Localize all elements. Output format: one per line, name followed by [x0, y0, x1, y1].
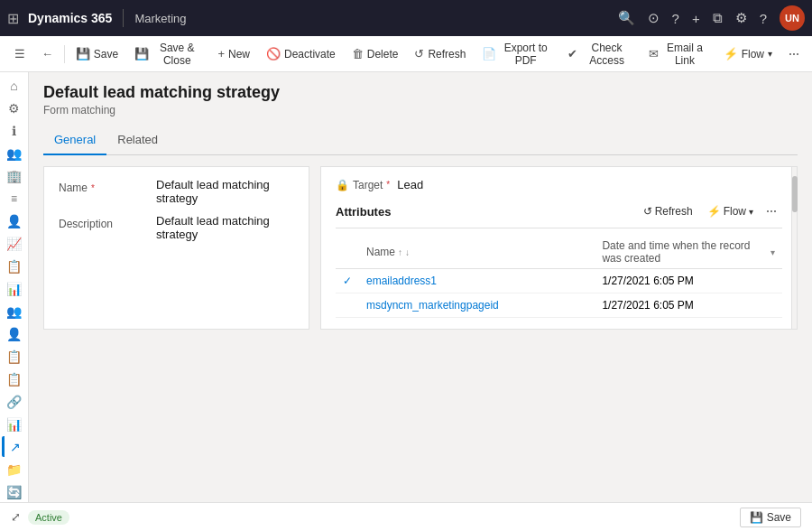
- name-sort-desc-icon[interactable]: ↓: [405, 247, 410, 257]
- recent-icon[interactable]: ⊙: [648, 10, 660, 26]
- left-form-panel: Name * Default lead matching strategy De…: [43, 166, 309, 330]
- refresh-button[interactable]: ↺ Refresh: [407, 43, 473, 64]
- sidebar-item-forms[interactable]: 📋: [2, 368, 27, 389]
- add-icon[interactable]: +: [692, 11, 700, 26]
- page-header: Default lead matching strategy Form matc…: [43, 83, 798, 116]
- name-required-star: *: [91, 183, 95, 193]
- sidebar-item-surveys[interactable]: 📊: [2, 414, 27, 434]
- attributes-flow-dropdown-icon: ▾: [749, 207, 753, 217]
- help-icon[interactable]: ?: [672, 11, 679, 26]
- expand-icon[interactable]: ⤢: [11, 510, 21, 524]
- name-label: Name *: [59, 178, 149, 194]
- command-bar: ☰ ← 💾 Save 💾 Save & Close + New 🚫 Deacti…: [0, 36, 812, 72]
- deactivate-icon: 🚫: [266, 47, 281, 61]
- col-date-header: Date and time when the record was create…: [595, 236, 782, 269]
- sidebar-item-leads[interactable]: 👤: [2, 211, 27, 232]
- scrollbar-track: [791, 167, 797, 329]
- right-attributes-panel: 🔒 Target * Lead Attributes ↺ Refresh ⚡: [320, 166, 798, 330]
- name-field-row: Name * Default lead matching strategy: [59, 178, 294, 205]
- menu-icon: ☰: [14, 47, 25, 61]
- attributes-title: Attributes: [336, 205, 636, 219]
- attributes-table: Name ↑ ↓ Date and time when the record w…: [336, 236, 782, 318]
- sidebar-item-info[interactable]: ℹ: [2, 121, 27, 142]
- attributes-more-button[interactable]: ⋯: [761, 202, 782, 220]
- nav-divider: [123, 9, 124, 27]
- grid-icon[interactable]: ⊞: [7, 10, 19, 27]
- status-bar-left: ⤢ Active: [11, 510, 69, 525]
- sidebar-item-segments[interactable]: 👥: [2, 302, 27, 322]
- row2-name-link[interactable]: msdyncm_marketingpageid: [366, 299, 499, 312]
- user-avatar[interactable]: UN: [780, 5, 805, 31]
- attributes-more-icon: ⋯: [766, 205, 777, 218]
- sidebar-item-workflows[interactable]: 🔄: [2, 481, 27, 502]
- row2-check: [336, 293, 359, 318]
- lock-icon: 🔒: [336, 179, 349, 191]
- check-access-icon: ✔: [567, 47, 577, 61]
- delete-button[interactable]: 🗑 Delete: [345, 43, 406, 64]
- sidebar-item-contacts[interactable]: 👥: [2, 144, 27, 164]
- save-button[interactable]: 💾 Save: [69, 43, 125, 64]
- more-icon: ⋯: [789, 48, 799, 61]
- save-icon: 💾: [76, 47, 90, 61]
- save-close-button[interactable]: 💾 Save & Close: [127, 38, 208, 70]
- sidebar-item-lists[interactable]: 📊: [2, 279, 27, 300]
- description-value[interactable]: Default lead matching strategy: [156, 214, 294, 241]
- name-value[interactable]: Default lead matching strategy: [156, 178, 294, 205]
- tab-general[interactable]: General: [43, 127, 106, 155]
- sidebar-item-opportunities[interactable]: 📈: [2, 234, 27, 255]
- status-save-icon: 💾: [750, 511, 763, 524]
- page-title: Default lead matching strategy: [43, 83, 798, 102]
- tab-related[interactable]: Related: [106, 127, 169, 155]
- scrollbar-thumb[interactable]: [792, 176, 798, 212]
- sidebar-item-pages[interactable]: 🔗: [2, 391, 27, 412]
- date-filter-icon[interactable]: ▾: [770, 247, 775, 257]
- sidebar-item-assets[interactable]: 📁: [2, 459, 27, 480]
- sidebar-item-campaigns[interactable]: 📋: [2, 256, 27, 277]
- tab-content-general: Name * Default lead matching strategy De…: [43, 166, 798, 330]
- status-save-button[interactable]: 💾 Save: [740, 508, 801, 527]
- row1-check: ✓: [336, 269, 359, 293]
- sidebar-item-activities[interactable]: ≡: [2, 189, 27, 210]
- target-value[interactable]: Lead: [397, 178, 423, 191]
- status-badge: Active: [28, 510, 69, 525]
- attributes-refresh-button[interactable]: ↺ Refresh: [636, 202, 700, 220]
- check-access-button[interactable]: ✔ Check Access: [560, 38, 640, 70]
- email-link-button[interactable]: ✉ Email a Link: [641, 38, 714, 70]
- name-sort-asc-icon[interactable]: ↑: [398, 247, 402, 257]
- filter-icon[interactable]: ⧉: [713, 10, 723, 26]
- help2-icon[interactable]: ?: [760, 11, 767, 26]
- search-icon[interactable]: 🔍: [618, 10, 635, 26]
- export-pdf-button[interactable]: 📄 Export to PDF: [475, 38, 558, 70]
- content-area: Default lead matching strategy Form matc…: [29, 72, 812, 502]
- col-check-header: [336, 236, 359, 269]
- attributes-flow-button[interactable]: ⚡ Flow ▾: [700, 202, 761, 220]
- app-name: Dynamics 365: [28, 11, 112, 25]
- row1-name-link[interactable]: emailaddress1: [366, 275, 437, 287]
- sidebar-item-home[interactable]: ⌂: [2, 76, 27, 97]
- row1-name: emailaddress1: [359, 269, 595, 293]
- sidebar-item-journeys[interactable]: 👤: [2, 323, 27, 344]
- flow-button[interactable]: ⚡ Flow ▾: [716, 43, 780, 64]
- sidebar-item-emails[interactable]: 📋: [2, 346, 27, 367]
- sidebar-item-settings[interactable]: ⚙: [2, 98, 27, 119]
- back-button[interactable]: ←: [34, 43, 60, 64]
- sidebar: ⌂ ⚙ ℹ 👥 🏢 ≡ 👤 📈 📋 📊 👥 👤 📋 📋 🔗 📊 ↗ 📁 🔄: [0, 72, 29, 502]
- description-label: Description: [59, 214, 149, 230]
- target-row: 🔒 Target * Lead: [336, 178, 782, 191]
- delete-icon: 🗑: [352, 47, 364, 61]
- settings-icon[interactable]: ⚙: [735, 10, 747, 26]
- new-icon: +: [217, 47, 225, 61]
- save-close-icon: 💾: [134, 47, 149, 61]
- sidebar-item-matching[interactable]: ↗: [2, 436, 27, 457]
- table-row: ✓ emailaddress1 1/27/2021 6:05 PM: [336, 269, 782, 293]
- description-field-row: Description Default lead matching strate…: [59, 214, 294, 241]
- row2-name: msdyncm_marketingpageid: [359, 293, 595, 318]
- new-button[interactable]: + New: [210, 43, 257, 64]
- module-name: Marketing: [134, 12, 186, 25]
- more-options-button[interactable]: ⋯: [783, 44, 805, 64]
- attributes-refresh-icon: ↺: [643, 205, 652, 218]
- deactivate-button[interactable]: 🚫 Deactivate: [259, 43, 343, 64]
- menu-toggle-button[interactable]: ☰: [7, 43, 32, 64]
- sidebar-item-accounts[interactable]: 🏢: [2, 166, 27, 187]
- status-bar: ⤢ Active 💾 Save: [0, 502, 812, 531]
